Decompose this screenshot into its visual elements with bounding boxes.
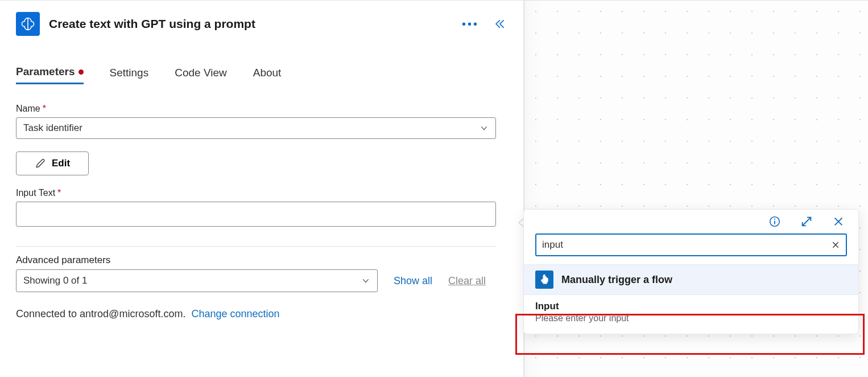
advanced-row: Showing 0 of 1 Show all Clear all bbox=[16, 269, 507, 292]
panel-header: Create text with GPT using a prompt ••• bbox=[16, 10, 507, 46]
show-all-link[interactable]: Show all bbox=[394, 275, 432, 287]
close-icon[interactable] bbox=[832, 215, 845, 228]
flyout-item-input[interactable]: Input Please enter your input bbox=[524, 295, 858, 334]
required-indicator: * bbox=[57, 188, 61, 198]
action-brain-icon bbox=[16, 12, 40, 36]
panel-header-actions: ••• bbox=[462, 18, 507, 30]
expand-icon[interactable] bbox=[800, 215, 813, 228]
input-text-label: Input Text* bbox=[16, 188, 507, 198]
advanced-select-text: Showing 0 of 1 bbox=[23, 275, 87, 286]
tab-label: Code View bbox=[175, 67, 227, 79]
edit-button-label: Edit bbox=[52, 158, 70, 169]
name-select[interactable]: Task identifier bbox=[16, 117, 496, 139]
required-indicator: * bbox=[43, 104, 46, 114]
connection-row: Connected to antrod@microsoft.com. Chang… bbox=[16, 308, 507, 320]
tab-about[interactable]: About bbox=[253, 65, 282, 84]
flyout-item-title: Input bbox=[535, 301, 847, 312]
divider bbox=[16, 246, 496, 247]
tab-settings[interactable]: Settings bbox=[110, 65, 149, 84]
collapse-panel-button[interactable] bbox=[494, 18, 505, 30]
flyout-category-manual-trigger[interactable]: Manually trigger a flow bbox=[524, 264, 858, 295]
more-menu-button[interactable]: ••• bbox=[462, 18, 479, 30]
tab-label: Settings bbox=[110, 67, 149, 79]
flyout-search-input[interactable] bbox=[542, 239, 831, 251]
tab-parameters[interactable]: Parameters bbox=[16, 65, 84, 84]
flyout-item-desc: Please enter your input bbox=[535, 313, 847, 323]
flyout-search[interactable] bbox=[535, 233, 847, 256]
tab-code-view[interactable]: Code View bbox=[175, 65, 227, 84]
manual-trigger-icon bbox=[535, 271, 553, 289]
edit-button[interactable]: Edit bbox=[16, 151, 89, 175]
tabs: Parameters Settings Code View About bbox=[16, 65, 507, 84]
advanced-label: Advanced parameters bbox=[16, 255, 507, 266]
chevron-down-icon bbox=[361, 276, 370, 285]
name-label: Name* bbox=[16, 104, 507, 114]
input-text-field[interactable] bbox=[16, 202, 496, 227]
chevron-down-icon bbox=[480, 124, 489, 133]
parameters-form: Name* Task identifier Edit Input Text* A… bbox=[16, 104, 507, 320]
tab-indicator-dot bbox=[78, 69, 84, 75]
tab-label: About bbox=[253, 67, 282, 79]
change-connection-link[interactable]: Change connection bbox=[191, 308, 279, 320]
tab-label: Parameters bbox=[16, 65, 75, 78]
info-icon[interactable] bbox=[768, 215, 781, 228]
clear-search-icon[interactable] bbox=[831, 240, 840, 249]
pencil-icon bbox=[35, 158, 46, 169]
dynamic-content-flyout: Manually trigger a flow Input Please ent… bbox=[523, 209, 859, 334]
panel-title: Create text with GPT using a prompt bbox=[49, 17, 453, 31]
svg-point-2 bbox=[774, 219, 775, 220]
connection-text: Connected to antrod@microsoft.com. bbox=[16, 308, 185, 320]
action-config-panel: Create text with GPT using a prompt ••• … bbox=[0, 1, 523, 377]
advanced-select[interactable]: Showing 0 of 1 bbox=[16, 269, 378, 292]
flyout-category-title: Manually trigger a flow bbox=[561, 274, 672, 286]
name-value: Task identifier bbox=[23, 122, 82, 134]
flyout-toolbar bbox=[524, 210, 858, 230]
clear-all-link[interactable]: Clear all bbox=[448, 275, 486, 287]
